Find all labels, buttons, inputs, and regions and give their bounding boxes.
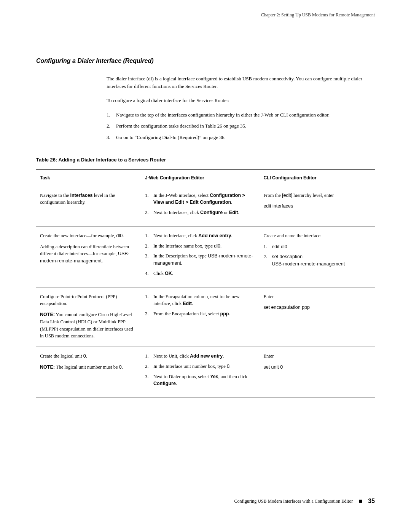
jweb-step: 2.In the Interface name box, type dl0. <box>145 243 256 250</box>
jweb-step: 2.From the Encapsulation list, select pp… <box>145 310 256 318</box>
jweb-step: 2.Next to Interfaces, click Configure or… <box>145 209 256 216</box>
cli-text: Enter <box>263 353 371 360</box>
lead-paragraph: To configure a logical dialer interface … <box>107 97 375 104</box>
jweb-step: 3.In the Description box, type USB-modem… <box>145 252 256 267</box>
cli-cell: Enter set unit 0 <box>260 347 375 398</box>
step-number: 3. <box>107 134 116 141</box>
task-cell: Configure Point-to-Point Protocol (PPP) … <box>36 287 141 347</box>
task-text: Create the new interface—for example, dl… <box>40 232 137 240</box>
table-caption: Table 26: Adding a Dialer Interface to a… <box>36 156 375 164</box>
step-number: 1. <box>107 111 116 119</box>
jweb-step: 1.Next to Unit, click Add new entry. <box>145 353 256 360</box>
cli-command: set unit 0 <box>263 364 371 371</box>
cli-step: 2.set descriptionUSB-modem-remote-manage… <box>263 253 371 268</box>
table-row: Create the logical unit 0. NOTE: The log… <box>36 347 375 398</box>
table-header-row: Task J-Web Configuration Editor CLI Conf… <box>36 169 375 186</box>
task-text: Create the logical unit 0. <box>40 353 137 360</box>
step-number: 2. <box>107 122 116 130</box>
table-row: Create the new interface—for example, dl… <box>36 226 375 287</box>
task-cell: Create the new interface—for example, dl… <box>36 226 141 287</box>
step-text: Go on to “Configuring Dial-In (Required)… <box>116 134 226 141</box>
step-text: Perform the configuration tasks describe… <box>116 122 246 130</box>
jweb-step: 4.Click OK. <box>145 270 256 277</box>
procedure-step: 1.Navigate to the top of the interfaces … <box>107 111 375 119</box>
task-cell: Create the logical unit 0. NOTE: The log… <box>36 347 141 398</box>
step-text: Navigate to the top of the interfaces co… <box>116 111 330 119</box>
procedure-step: 3.Go on to “Configuring Dial-In (Require… <box>107 134 375 141</box>
task-cell: Navigate to the Interfaces level in the … <box>36 186 141 226</box>
jweb-cell: 1.Next to Unit, click Add new entry. 2.I… <box>141 347 260 398</box>
jweb-step: 1.Next to Interface, click Add new entry… <box>145 232 256 240</box>
task-text: Configure Point-to-Point Protocol (PPP) … <box>40 293 137 308</box>
jweb-cell: 1.In the J-Web interface, select Configu… <box>141 186 260 226</box>
cli-step: 1.edit dl0 <box>263 243 371 251</box>
cli-cell: Enter set encapsulation ppp <box>260 287 375 347</box>
page-number: 35 <box>368 497 375 506</box>
cli-text: Enter <box>263 293 371 300</box>
procedure-list: 1.Navigate to the top of the interfaces … <box>107 111 375 141</box>
task-note: NOTE: You cannot configure Cisco High-Le… <box>40 311 137 340</box>
col-header-task: Task <box>36 169 141 186</box>
section-heading: Configuring a Dialer Interface (Required… <box>36 56 375 66</box>
procedure-step: 2.Perform the configuration tasks descri… <box>107 122 375 130</box>
page-footer: Configuring USB Modem Interfaces with a … <box>36 497 375 506</box>
table-row: Navigate to the Interfaces level in the … <box>36 186 375 226</box>
jweb-cell: 1.In the Encapsulation column, next to t… <box>141 287 260 347</box>
config-table: Task J-Web Configuration Editor CLI Conf… <box>36 169 375 398</box>
square-bullet-icon <box>359 500 362 503</box>
cli-command: set encapsulation ppp <box>263 304 371 311</box>
jweb-cell: 1.Next to Interface, click Add new entry… <box>141 226 260 287</box>
task-text: Navigate to the Interfaces level in the … <box>40 192 137 206</box>
chapter-header: Chapter 2: Setting Up USB Modems for Rem… <box>36 11 375 18</box>
col-header-jweb: J-Web Configuration Editor <box>141 169 260 186</box>
task-note: NOTE: The logical unit number must be 0. <box>40 364 137 371</box>
table-row: Configure Point-to-Point Protocol (PPP) … <box>36 287 375 347</box>
cli-command: edit interfaces <box>263 203 371 210</box>
intro-paragraph: The dialer interface (dl) is a logical i… <box>107 75 375 90</box>
jweb-step: 1.In the Encapsulation column, next to t… <box>145 293 256 308</box>
jweb-step: 3.Next to Dialer options, select Yes, an… <box>145 373 256 388</box>
footer-text: Configuring USB Modem Interfaces with a … <box>234 498 353 505</box>
cli-text: From the [edit] hierarchy level, enter <box>263 192 371 199</box>
col-header-cli: CLI Configuration Editor <box>260 169 375 186</box>
cli-cell: Create and name the interface: 1.edit dl… <box>260 226 375 287</box>
task-text: Adding a description can differentiate b… <box>40 243 137 265</box>
jweb-step: 2.In the Interface unit number box, type… <box>145 363 256 370</box>
cli-cell: From the [edit] hierarchy level, enter e… <box>260 186 375 226</box>
cli-text: Create and name the interface: <box>263 232 371 240</box>
jweb-step: 1.In the J-Web interface, select Configu… <box>145 192 256 206</box>
